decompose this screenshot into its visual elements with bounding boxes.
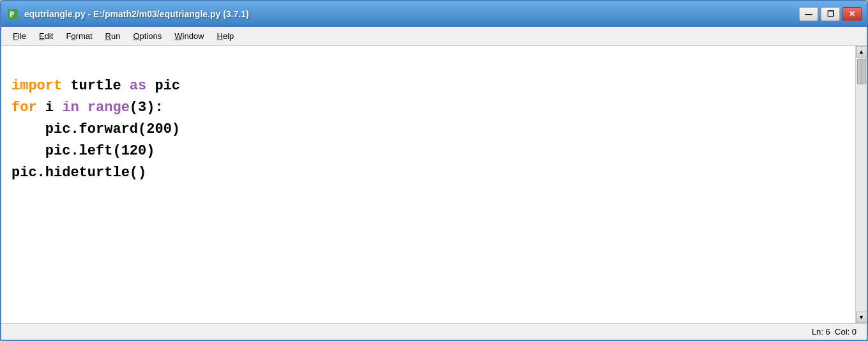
app-icon: P — [6, 8, 19, 20]
col-number: Col: 0 — [835, 327, 857, 337]
menu-bar: File Edit Format Run Options Window Help — [1, 27, 867, 46]
minimize-button[interactable]: — — [799, 7, 818, 21]
code-line-5: pic.hideturtle() — [11, 165, 146, 181]
main-window: P equtriangle.py - E:/pmath2/m03/equtria… — [0, 0, 868, 341]
close-button[interactable]: ✕ — [842, 7, 862, 21]
menu-edit[interactable]: Edit — [33, 29, 59, 43]
editor-container: import turtle as pic for i in range(3): … — [1, 46, 867, 323]
menu-window[interactable]: Window — [168, 29, 210, 43]
vertical-scrollbar: ▲ ▼ — [855, 46, 867, 323]
code-line-1: import turtle as pic — [11, 78, 180, 94]
menu-help[interactable]: Help — [211, 29, 241, 43]
status-bar: Ln: 6 Col: 0 — [1, 323, 867, 340]
menu-options[interactable]: Options — [126, 29, 168, 43]
window-controls: — ❐ ✕ — [799, 7, 862, 21]
scroll-up-button[interactable]: ▲ — [856, 46, 867, 57]
menu-file[interactable]: File — [6, 29, 33, 43]
code-line-2: for i in range(3): — [11, 100, 164, 116]
title-bar-left: P equtriangle.py - E:/pmath2/m03/equtria… — [6, 8, 249, 20]
code-line-4: pic.left(120) — [11, 143, 155, 159]
svg-text:P: P — [10, 10, 14, 19]
scroll-down-button[interactable]: ▼ — [856, 312, 867, 323]
code-line-3: pic.forward(200) — [11, 121, 180, 137]
scroll-track[interactable] — [856, 57, 867, 312]
menu-format[interactable]: Format — [59, 29, 98, 43]
code-editor[interactable]: import turtle as pic for i in range(3): … — [1, 46, 855, 323]
window-title: equtriangle.py - E:/pmath2/m03/equtriang… — [24, 9, 249, 19]
title-bar: P equtriangle.py - E:/pmath2/m03/equtria… — [1, 1, 867, 27]
scroll-thumb[interactable] — [857, 59, 866, 84]
menu-run[interactable]: Run — [99, 29, 127, 43]
line-number: Ln: 6 — [812, 327, 830, 337]
restore-button[interactable]: ❐ — [821, 7, 840, 21]
